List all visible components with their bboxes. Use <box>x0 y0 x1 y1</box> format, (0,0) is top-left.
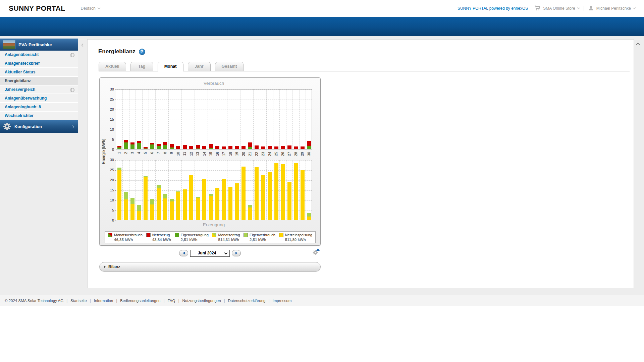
sidebar-nav: AnlagenübersichtAnlagensteckbriefAktuell… <box>0 51 78 120</box>
bar-day-16 <box>215 146 219 149</box>
chart-panel: Energie [kWh] Verbrauch 051015202530 123… <box>99 77 321 246</box>
brand-logo[interactable]: SUNNY PORTAL <box>9 4 65 12</box>
bar-day-28 <box>294 163 298 220</box>
gridline-v <box>227 89 227 149</box>
x-tick-label: 4 <box>137 152 141 154</box>
gridline-v <box>299 160 300 220</box>
gridline-v <box>155 89 156 149</box>
sidebar-item-jahresvergleich[interactable]: Jahresvergleich <box>0 85 78 94</box>
copyright-text: © 2024 SMA Solar Technology AG <box>5 299 63 303</box>
bar-segment-netzeinspeisung <box>176 192 180 220</box>
tab-bar: AktuellTagMonatJahrGesamt <box>99 62 634 71</box>
bar-day-26 <box>281 146 285 149</box>
footer-separator: | <box>66 299 67 303</box>
bar-segment-netzbezug <box>287 145 291 149</box>
footer-link-faq[interactable]: FAQ <box>167 299 175 303</box>
bar-segment-netzeinspeisung <box>307 217 311 220</box>
gridline-v <box>240 89 240 149</box>
footer-link-startseite[interactable]: Startseite <box>70 299 87 303</box>
y-tick <box>115 150 116 150</box>
user-menu[interactable]: Michael Perlitschke <box>588 5 635 12</box>
bar-segment-netzbezug <box>255 145 259 149</box>
gridline-v <box>181 160 182 220</box>
sidebar-item-anlagenueberwachung[interactable]: Anlagenüberwachung <box>0 94 78 103</box>
online-store-menu[interactable]: SMA Online Store <box>534 5 579 12</box>
y-tick <box>115 89 116 90</box>
legend-text: Eigenverbrauch2,51 kWh <box>250 233 275 242</box>
footer-link-bedienungsanleitungen[interactable]: Bedienungsanleitungen <box>120 299 160 303</box>
bar-segment-eigenversorgung <box>150 144 154 149</box>
legend-value: 514,31 kWh <box>218 237 240 242</box>
bar-day-7 <box>157 185 161 220</box>
tab-jahr[interactable]: Jahr <box>188 62 211 71</box>
footer-link-nutzungsbedingungen[interactable]: Nutzungsbedingungen <box>182 299 221 303</box>
bar-segment-netzbezug <box>163 142 167 145</box>
bar-segment-netzbezug <box>176 146 180 149</box>
bar-day-27 <box>287 182 291 220</box>
bar-segment-netzeinspeisung <box>163 198 167 220</box>
erzeugung-plot: 051015202530 <box>116 160 312 220</box>
x-tick-label: 9 <box>169 152 173 154</box>
gridline-v <box>195 160 195 220</box>
powered-by-link[interactable]: SUNNY PORTAL powered by ennexOS <box>458 6 528 11</box>
bar-segment-netzeinspeisung <box>170 201 174 220</box>
y-tick-label: 25 <box>106 97 114 101</box>
sidebar-item-energiebilanz[interactable]: Energiebilanz <box>0 77 78 85</box>
chevron-up-icon <box>636 43 640 46</box>
bar-segment-eigenverbrauch <box>307 213 311 217</box>
footer-link-information[interactable]: Information <box>94 299 113 303</box>
legend-swatch <box>108 233 112 237</box>
cart-icon <box>534 5 541 12</box>
language-selector[interactable]: Deutsch <box>81 6 100 11</box>
help-icon[interactable]: ? <box>139 49 145 55</box>
legend-text: Monatsertrag514,31 kWh <box>218 233 240 242</box>
footer-link-impressum[interactable]: Impressum <box>272 299 291 303</box>
gridline-v <box>175 160 175 220</box>
bilanz-expander[interactable]: Bilanz <box>99 262 321 272</box>
bar-day-19 <box>235 146 239 149</box>
plant-header[interactable]: PVA-Perlitschke <box>0 39 78 51</box>
legend-label: Monatsverbrauch <box>114 233 143 237</box>
prev-month-button[interactable] <box>179 250 188 256</box>
sidebar-item-anlagensteckbrief[interactable]: Anlagensteckbrief <box>0 59 78 68</box>
day-axis-labels: 1234567891011121314151617181920212223242… <box>116 151 312 160</box>
tab-gesamt[interactable]: Gesamt <box>215 62 244 71</box>
footer-link-datenschutzerkl-rung[interactable]: Datenschutzerklärung <box>228 299 266 303</box>
y-tick <box>115 100 116 100</box>
bar-segment-netzbezug <box>124 140 128 142</box>
gridline-v <box>155 160 156 220</box>
bar-day-12 <box>189 146 193 149</box>
bar-day-9 <box>170 144 174 149</box>
month-select[interactable]: Juni 2024 <box>190 250 230 257</box>
tab-tag[interactable]: Tag <box>130 62 153 71</box>
tab-aktuell[interactable]: Aktuell <box>99 62 126 71</box>
main-navbar <box>0 17 644 36</box>
sidebar-item-wechselrichter[interactable]: Wechselrichter <box>0 112 78 120</box>
y-tick <box>115 170 116 171</box>
gridline-v <box>292 160 293 220</box>
chart-settings-icon[interactable] <box>313 250 319 256</box>
y-tick <box>115 120 116 120</box>
sidebar-item-konfiguration[interactable]: Konfiguration <box>0 120 78 133</box>
collapse-sidebar-button[interactable] <box>80 41 86 49</box>
bar-day-1 <box>117 168 121 220</box>
bar-day-25 <box>274 146 278 149</box>
next-month-button[interactable] <box>232 250 241 256</box>
sidebar-item-label: Aktueller Status <box>5 70 35 74</box>
sidebar-item-anlagenuebersicht[interactable]: Anlagenübersicht <box>0 51 78 59</box>
bar-day-25 <box>274 163 278 220</box>
x-tick-label: 1 <box>117 152 121 154</box>
bar-day-10 <box>176 146 180 149</box>
tab-monat[interactable]: Monat <box>158 62 183 71</box>
bar-day-10 <box>176 191 180 220</box>
legend-value: 46,35 kWh <box>114 237 143 242</box>
x-tick-label: 11 <box>182 152 186 156</box>
gridline-v <box>168 89 169 149</box>
collapse-panel-button[interactable] <box>634 40 642 48</box>
bar-segment-eigenversorgung <box>137 143 141 149</box>
sidebar-item-aktueller-status[interactable]: Aktueller Status <box>0 68 78 77</box>
bar-day-4 <box>137 141 141 149</box>
bar-segment-eigenversorgung <box>124 142 128 149</box>
gridline-v <box>253 160 254 220</box>
sidebar-item-anlagenlogbuch[interactable]: Anlagenlogbuch: 8 <box>0 103 78 112</box>
